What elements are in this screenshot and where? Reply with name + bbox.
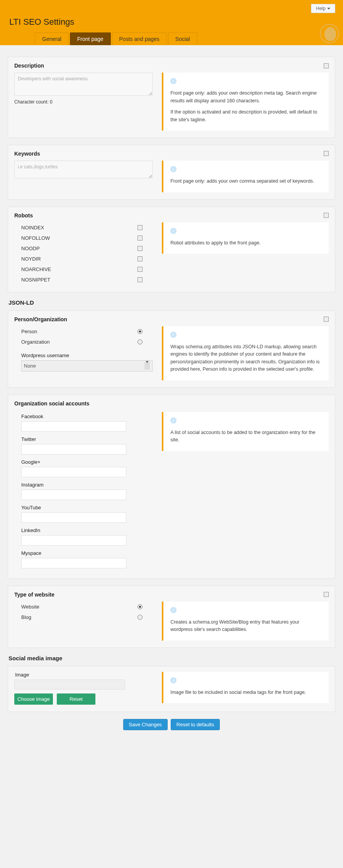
tab-general[interactable]: General (35, 32, 69, 45)
description-enable-checkbox[interactable] (324, 63, 329, 68)
panel-description: Description Character count: 0 Front pag… (8, 57, 335, 138)
po-row-org: Organization (14, 337, 153, 347)
social-input-linkedin[interactable] (21, 535, 126, 546)
social-input-facebook[interactable] (21, 421, 126, 432)
robot-row-noydir: NOYDIR (14, 254, 153, 264)
robots-title: Robots (14, 212, 33, 219)
robot-row-noindex: NOINDEX (14, 222, 153, 233)
type-title: Type of website (14, 592, 54, 598)
help-label: Help (316, 6, 326, 11)
tab-posts-pages[interactable]: Posts and pages (112, 32, 167, 45)
info-text: If the option is activated and no descri… (170, 108, 322, 124)
social-label-youtube: YouTube (21, 505, 153, 510)
logo-watermark (320, 24, 339, 43)
info-icon (170, 332, 177, 338)
info-icon (170, 166, 177, 172)
type-row-website: Website (14, 602, 153, 612)
description-info: Front page only: adds your own descripti… (162, 73, 329, 131)
po-info: Wraps schema.org attributes into JSON-LD… (162, 326, 329, 380)
robots-info: Robot attributes to apply to the front p… (162, 222, 329, 254)
description-charcount: Character count: 0 (14, 99, 153, 105)
type-blog-label: Blog (21, 614, 31, 620)
po-title: Person/Organization (14, 316, 67, 322)
social-label-instagram: Instagram (21, 482, 153, 488)
robot-checkbox-noarchive[interactable] (138, 267, 143, 272)
social-label-googleplus: Google+ (21, 459, 153, 465)
tab-social[interactable]: Social (168, 32, 197, 45)
page-title: LTI SEO Settings (8, 15, 335, 32)
po-person-radio[interactable] (138, 329, 143, 334)
smi-title: Social media image (8, 655, 335, 661)
panel-org-social: Organization social accounts Facebook Tw… (8, 395, 335, 579)
reset-image-button[interactable]: Reset (57, 693, 95, 705)
robot-label: NOINDEX (21, 225, 44, 231)
robots-enable-checkbox[interactable] (324, 213, 329, 218)
robot-checkbox-noindex[interactable] (138, 225, 143, 230)
type-info: Creates a schema.org WebSite/Blog entry … (162, 602, 329, 641)
robot-label: NOODP (21, 246, 40, 251)
reset-defaults-button[interactable]: Reset to defaults (171, 719, 220, 730)
wp-username-label: Wordpress username (21, 353, 153, 358)
robot-row-noodp: NOODP (14, 243, 153, 254)
info-icon (170, 78, 177, 84)
social-input-twitter[interactable] (21, 444, 126, 454)
social-input-youtube[interactable] (21, 512, 126, 523)
panel-person-org: Person/Organization Person Organization … (8, 310, 335, 388)
panel-robots: Robots NOINDEX NOFOLLOW NOODP NOYDIR NOA… (8, 207, 335, 292)
info-text: Robot attributes to apply to the front p… (170, 239, 322, 247)
type-enable-checkbox[interactable] (324, 592, 329, 597)
social-label-facebook: Facebook (21, 414, 153, 419)
info-icon (170, 417, 177, 424)
robot-label: NOSNIPPET (21, 277, 50, 283)
robot-label: NOFOLLOW (21, 235, 50, 241)
robot-checkbox-noydir[interactable] (138, 256, 143, 261)
social-input-instagram[interactable] (21, 490, 126, 500)
keywords-info: Front page only: adds your own comma sep… (162, 161, 329, 192)
type-row-blog: Blog (14, 612, 153, 622)
robot-row-noarchive: NOARCHIVE (14, 264, 153, 275)
po-org-radio[interactable] (138, 339, 143, 344)
type-blog-radio[interactable] (138, 615, 143, 620)
smi-image-label: Image (15, 672, 153, 678)
smi-info: Image file to be included in social medi… (162, 672, 329, 704)
info-text: Wraps schema.org attributes into JSON-LD… (170, 343, 322, 373)
save-changes-button[interactable]: Save Changes (123, 719, 168, 730)
info-text: A list of social accounts to be added to… (170, 429, 322, 444)
social-label-linkedin: LinkedIn (21, 527, 153, 533)
choose-image-button[interactable]: Choose image (14, 693, 53, 705)
robot-checkbox-nofollow[interactable] (138, 236, 143, 241)
robot-checkbox-nosnippet[interactable] (138, 277, 143, 282)
tab-front-page[interactable]: Front page (70, 32, 111, 45)
info-icon (170, 228, 177, 234)
panel-keywords: Keywords Front page only: adds your own … (8, 145, 335, 200)
info-text: Creates a schema.org WebSite/Blog entry … (170, 619, 322, 634)
po-org-label: Organization (21, 339, 50, 345)
robot-label: NOARCHIVE (21, 266, 51, 272)
info-icon (170, 607, 177, 613)
info-text: Front page only: adds your own comma sep… (170, 178, 322, 185)
info-text: Image file to be included in social medi… (170, 689, 322, 696)
robot-checkbox-noodp[interactable] (138, 246, 143, 251)
panel-website-type: Type of website Website Blog Creates a s… (8, 586, 335, 648)
social-label-twitter: Twitter (21, 436, 153, 442)
org-social-title: Organization social accounts (14, 400, 329, 407)
info-icon (170, 677, 177, 683)
description-title: Description (14, 63, 44, 69)
jsonld-title: JSON-LD (8, 299, 335, 306)
description-textarea[interactable] (14, 73, 153, 96)
po-enable-checkbox[interactable] (324, 317, 329, 322)
type-website-radio[interactable] (138, 604, 143, 609)
social-input-myspace[interactable] (21, 558, 126, 568)
wp-username-select[interactable]: None (21, 360, 153, 371)
social-input-googleplus[interactable] (21, 467, 126, 477)
select-value: None (24, 363, 36, 369)
robot-row-nosnippet: NOSNIPPET (14, 275, 153, 285)
panel-smi: Image Choose image Reset Image file to b… (8, 666, 335, 712)
robot-row-nofollow: NOFOLLOW (14, 233, 153, 243)
keywords-enable-checkbox[interactable] (324, 151, 329, 156)
smi-image-display (14, 680, 125, 690)
po-row-person: Person (14, 326, 153, 337)
type-website-label: Website (21, 604, 39, 610)
keywords-textarea[interactable] (14, 161, 153, 178)
help-button[interactable]: Help (311, 4, 335, 13)
